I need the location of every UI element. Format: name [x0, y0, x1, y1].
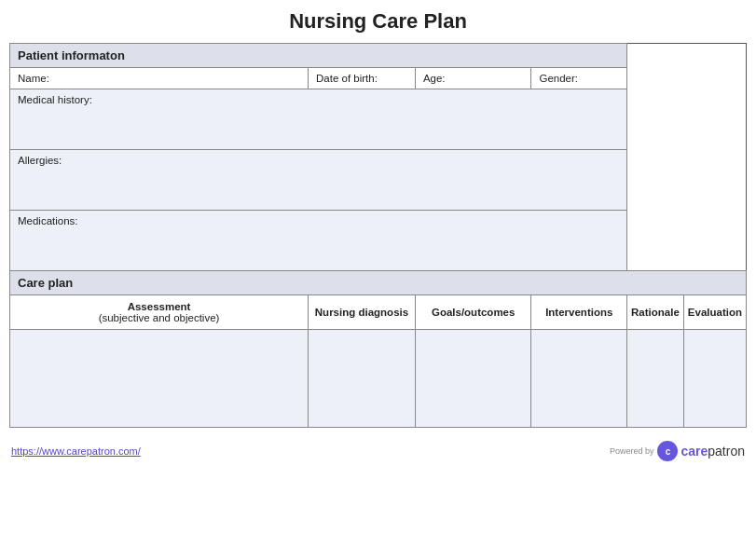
age-field[interactable]: Age: [415, 68, 531, 89]
dob-field[interactable]: Date of birth: [309, 68, 416, 89]
patient-info-header: Patient informaton [10, 44, 627, 68]
interventions-cell[interactable] [531, 330, 627, 428]
footer: https://www.carepatron.com/ Powered by c… [9, 433, 747, 465]
carepatron-logo: c carepatron [657, 441, 745, 461]
col-interventions: Interventions [531, 295, 627, 330]
footer-right: Powered by c carepatron [610, 441, 745, 461]
care-plan-col-headers: Assessment(subjective and objective) Nur… [10, 295, 747, 330]
medical-history-row: Medical history: [10, 89, 747, 150]
allergies-label: Allergies: [18, 155, 62, 166]
patient-info-header-row: Patient informaton [10, 44, 747, 68]
rationale-cell[interactable] [627, 330, 684, 428]
powered-by-text: Powered by [610, 446, 654, 456]
page-title: Nursing Care Plan [9, 9, 747, 34]
name-label: Name: [18, 73, 49, 84]
evaluation-cell[interactable] [683, 330, 746, 428]
goals-outcomes-cell[interactable] [415, 330, 531, 428]
medications-label: Medications: [18, 215, 78, 226]
carepatron-link[interactable]: https://www.carepatron.com/ [11, 445, 141, 457]
carepatron-logo-text: carepatron [680, 444, 745, 459]
medical-history-field[interactable]: Medical history: [10, 89, 627, 150]
medications-row: Medications: [10, 211, 747, 271]
col-assessment: Assessment(subjective and objective) [10, 295, 309, 330]
allergies-field[interactable]: Allergies: [10, 150, 627, 211]
col-rationale: Rationale [627, 295, 684, 330]
medications-field[interactable]: Medications: [10, 211, 627, 271]
nursing-diagnosis-cell[interactable] [309, 330, 416, 428]
care-plan-data-row [10, 330, 747, 428]
care-plan-header-row: Care plan [10, 271, 747, 295]
allergies-row: Allergies: [10, 150, 747, 211]
col-evaluation: Evaluation [683, 295, 746, 330]
main-table: Patient informaton Name: Date of birth: … [9, 43, 747, 428]
carepatron-logo-icon: c [657, 441, 678, 461]
assessment-cell[interactable] [10, 330, 309, 428]
col-goals-outcomes: Goals/outcomes [415, 295, 531, 330]
gender-label: Gender: [539, 73, 578, 84]
medical-history-label: Medical history: [18, 94, 92, 105]
age-label: Age: [423, 73, 446, 84]
col-nursing-diagnosis: Nursing diagnosis [309, 295, 416, 330]
basic-info-row: Name: Date of birth: Age: Gender: [10, 68, 747, 89]
gender-field[interactable]: Gender: [531, 68, 627, 89]
dob-label: Date of birth: [316, 73, 378, 84]
name-field[interactable]: Name: [10, 68, 309, 89]
care-plan-header: Care plan [10, 271, 747, 295]
